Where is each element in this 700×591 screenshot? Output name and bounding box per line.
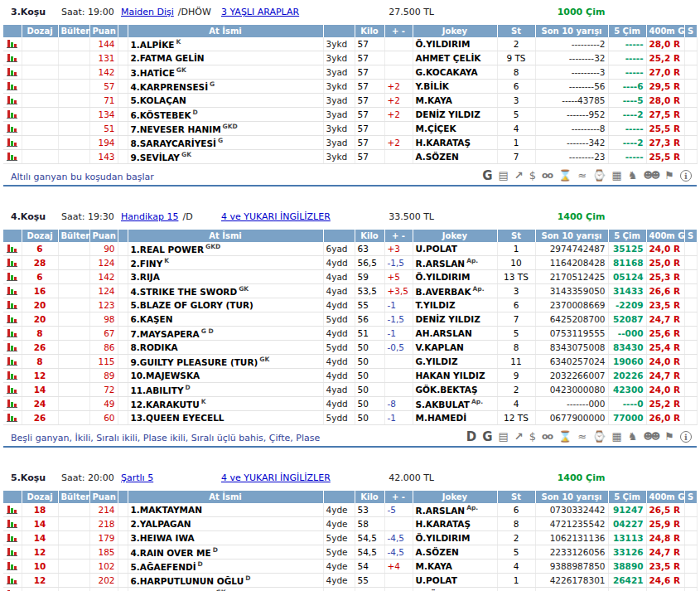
stats-bars-icon[interactable] <box>7 285 17 295</box>
g-bet-icon[interactable]: G <box>482 430 492 443</box>
stats-bars-icon[interactable] <box>7 313 17 323</box>
horses-icon[interactable]: ♞ <box>628 169 638 182</box>
stats-bars-cell[interactable] <box>3 411 22 425</box>
puan-value: 123 <box>89 298 118 312</box>
stats-bars-icon[interactable] <box>7 271 17 281</box>
stats-bars-cell[interactable] <box>3 383 22 397</box>
stats-bars-cell[interactable] <box>3 574 22 588</box>
stats-bars-icon[interactable] <box>7 38 17 48</box>
column-header-11: Son 10 yarışı <box>535 230 608 242</box>
stats-bars-cell[interactable] <box>3 588 22 591</box>
stats-bars-cell[interactable] <box>3 270 22 284</box>
line-chart-icon[interactable]: ≈ <box>577 430 587 443</box>
stats-bars-icon[interactable] <box>7 327 17 337</box>
race-type-link[interactable]: Handikap 15 <box>121 211 178 222</box>
stats-bars-icon[interactable] <box>7 518 17 528</box>
stats-bars-cell[interactable] <box>3 136 22 150</box>
g-bet-icon[interactable]: G <box>482 169 492 182</box>
dollar-icon[interactable]: $ <box>529 169 536 182</box>
stats-bars-icon[interactable] <box>7 299 17 309</box>
stats-bars-icon[interactable] <box>7 109 17 119</box>
crowd-icon[interactable]: ☻☻ <box>643 430 659 443</box>
stats-bars-icon[interactable] <box>7 342 17 351</box>
stats-bars-icon[interactable] <box>7 151 17 161</box>
stats-bars-icon[interactable] <box>7 94 17 104</box>
race-group-link[interactable]: 4 ve YUKARI İNGİLİZLER <box>221 472 331 483</box>
stats-bars-cell[interactable] <box>3 312 22 327</box>
binoculars-icon[interactable]: oo <box>542 430 553 443</box>
stats-bars-cell[interactable] <box>3 94 22 108</box>
stats-bars-cell[interactable] <box>3 369 22 383</box>
chart-up-icon[interactable]: ↗ <box>514 169 524 182</box>
calculator-icon[interactable]: ▦ <box>611 169 621 182</box>
stats-bars-cell[interactable] <box>3 355 22 369</box>
hourglass-icon[interactable]: ⌛ <box>558 169 572 182</box>
stats-bars-icon[interactable] <box>7 412 17 422</box>
stats-bars-cell[interactable] <box>3 503 22 517</box>
stats-bars-cell[interactable] <box>3 256 22 270</box>
stats-bars-cell[interactable] <box>3 65 22 80</box>
horse-name: 1.MAKTAYMAN <box>131 505 202 515</box>
stats-bars-icon[interactable] <box>7 66 17 76</box>
stats-bars-icon[interactable] <box>7 137 17 147</box>
binoculars-icon[interactable]: oo <box>542 169 553 182</box>
stats-bars-cell[interactable] <box>3 341 22 355</box>
stats-bars-cell[interactable] <box>3 108 22 122</box>
stats-bars-cell[interactable] <box>3 517 22 531</box>
stats-bars-icon[interactable] <box>7 574 17 584</box>
stats-bars-cell[interactable] <box>3 122 22 136</box>
stats-bars-icon[interactable] <box>7 546 17 556</box>
jockey-name-cell: A.SÖZEN <box>413 545 497 560</box>
finish-flag-icon[interactable]: ⚑ <box>664 430 674 443</box>
chart-up-icon[interactable]: ↗ <box>514 430 524 443</box>
stats-bars-icon[interactable] <box>7 560 17 570</box>
stats-bars-cell[interactable] <box>3 298 22 312</box>
stats-bars-icon[interactable] <box>7 52 17 62</box>
stats-bars-cell[interactable] <box>3 242 22 256</box>
stats-bars-icon[interactable] <box>7 356 17 366</box>
stats-bars-icon[interactable] <box>7 257 17 267</box>
stats-bars-icon[interactable] <box>7 398 17 408</box>
calculator-icon[interactable]: ▦ <box>611 430 621 443</box>
race-group-link[interactable]: 3 YAŞLI ARAPLAR <box>221 7 299 17</box>
stats-bars-cell[interactable] <box>3 397 22 411</box>
stats-bars-cell[interactable] <box>3 327 22 341</box>
info-icon[interactable]: ℹ <box>680 170 692 182</box>
dollar-icon[interactable]: $ <box>529 430 536 443</box>
hourglass-icon[interactable]: ⌛ <box>558 430 572 443</box>
stopwatch-icon[interactable]: ⌚ <box>592 430 606 443</box>
stats-bars-cell[interactable] <box>3 51 22 65</box>
stats-bars-cell[interactable] <box>3 37 22 51</box>
d-bet-icon[interactable]: D <box>466 430 476 443</box>
dozaj-value: 14 <box>22 531 58 545</box>
stats-bars-cell[interactable] <box>3 150 22 164</box>
stats-bars-icon[interactable] <box>7 123 17 133</box>
turf-5-results: ----- <box>608 37 646 51</box>
race-type-link[interactable]: Şartlı 5 <box>121 472 153 483</box>
info-icon[interactable]: ℹ <box>680 431 692 443</box>
column-header-3: Puan <box>89 25 118 37</box>
mixed-calc-icon[interactable]: ▤ <box>498 169 508 182</box>
stats-bars-cell[interactable] <box>3 545 22 560</box>
stats-bars-icon[interactable] <box>7 384 17 394</box>
horse-name: 6.KÖSTEBEK <box>131 110 191 120</box>
crowd-icon[interactable]: ☻☻ <box>643 169 659 182</box>
finish-flag-icon[interactable]: ⚑ <box>664 169 674 182</box>
stats-bars-icon[interactable] <box>7 504 17 514</box>
mixed-calc-icon[interactable]: ▤ <box>498 430 508 443</box>
stats-bars-cell[interactable] <box>3 560 22 574</box>
last-400m-time: 26,0 R <box>646 411 684 425</box>
stats-bars-icon[interactable] <box>7 243 17 253</box>
horses-icon[interactable]: ♞ <box>628 430 638 443</box>
stats-bars-icon[interactable] <box>7 370 17 380</box>
stats-bars-icon[interactable] <box>7 532 17 542</box>
race-type-link[interactable]: Maiden Dişi <box>121 7 174 17</box>
race-group-link[interactable]: 4 ve YUKARI İNGİLİZLER <box>221 211 331 222</box>
line-chart-icon[interactable]: ≈ <box>577 169 587 182</box>
stats-bars-cell[interactable] <box>3 284 22 298</box>
stopwatch-icon[interactable]: ⌚ <box>592 169 606 182</box>
horse-name: 7.MAYSAPERA <box>131 329 200 339</box>
stats-bars-icon[interactable] <box>7 80 17 90</box>
stats-bars-cell[interactable] <box>3 80 22 94</box>
stats-bars-cell[interactable] <box>3 531 22 545</box>
